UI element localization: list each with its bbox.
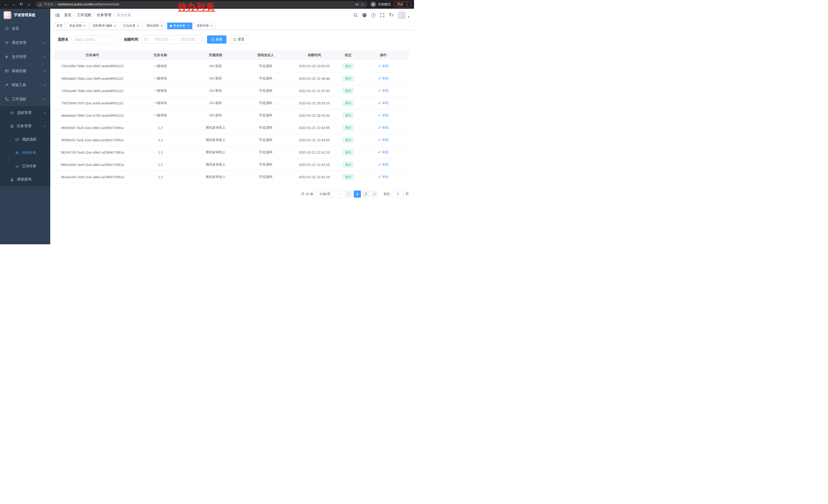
page-button-1[interactable]: 1 — [354, 190, 361, 198]
tab-start-process[interactable]: 发起流程 — [67, 22, 88, 29]
sidebar-item-home[interactable]: 首页 — [0, 21, 50, 36]
browser-menu-icon[interactable]: ⋮ — [405, 3, 409, 6]
avatar-caret-icon[interactable]: ▾ — [408, 16, 409, 19]
close-icon[interactable] — [137, 25, 140, 28]
start-date-placeholder[interactable]: 开始日期 — [149, 37, 172, 42]
tab-label: 流程详情 — [197, 24, 209, 28]
tab-label: 已办任务 — [123, 24, 135, 28]
status-badge: 激活 — [342, 88, 354, 94]
tab-label: 发起流程 — [69, 24, 82, 28]
pagination-total: 共 16 条 — [301, 192, 314, 196]
tab-my-process[interactable]: 我的流程 — [144, 22, 166, 29]
approve-link[interactable]: 审批 — [378, 125, 388, 130]
breadcrumb-item[interactable]: 工作流程 — [77, 13, 91, 17]
breadcrumb-item[interactable]: 首页 — [64, 13, 71, 17]
close-icon[interactable] — [113, 25, 117, 28]
cell-created: 2022-01-22 18:25:41 — [290, 109, 339, 122]
tab-done-tasks[interactable]: 已办任务 — [121, 22, 142, 29]
sidebar-item-system[interactable]: 系统管理 — [0, 36, 50, 50]
sidebar-item-todo-tasks[interactable]: 待办任务 — [0, 146, 50, 159]
sidebar-item-workflow[interactable]: 工作流程 — [0, 92, 50, 106]
approve-link[interactable]: 审批 — [378, 162, 388, 167]
tab-home[interactable]: 首页 — [54, 22, 65, 29]
sidebar-item-label: 任务管理 — [17, 124, 31, 129]
task-table: 任务编号 任务名称 所属流程 流程发起人 创建时间 状态 操作 73211d9d… — [54, 50, 409, 183]
help-icon[interactable]: ? — [371, 13, 376, 17]
sidebar-item-task-management[interactable]: 任务管理 — [0, 120, 50, 133]
approve-link[interactable]: 审批 — [378, 113, 388, 118]
annotation-todo-list-title: 待办列表 — [178, 1, 215, 12]
goto-page-input[interactable] — [392, 190, 404, 198]
approve-link[interactable]: 审批 — [378, 76, 388, 81]
sidebar-item-leave-query[interactable]: 请假查询 — [0, 173, 50, 186]
sidebar-item-dev-tools[interactable]: 研发工具 — [0, 78, 50, 92]
sidebar-item-done-tasks[interactable]: 已办任务 — [0, 159, 50, 173]
cell-created: 2022-01-21 22:42:23 — [290, 146, 339, 158]
prev-page-button[interactable] — [345, 190, 353, 198]
search-icon[interactable] — [353, 13, 358, 17]
sidebar-item-payment[interactable]: ¥ 支付管理 — [0, 50, 50, 64]
tab-process-form-edit[interactable]: 流程表单-编辑 — [90, 22, 119, 29]
workflow-icon — [5, 97, 9, 101]
sidebar-toggle-icon[interactable] — [53, 10, 62, 20]
forward-icon[interactable]: → — [10, 1, 17, 8]
tab-todo-tasks[interactable]: 待办任务 — [167, 22, 192, 29]
close-icon[interactable] — [160, 25, 163, 28]
cell-process: 测试多审批人 — [190, 134, 241, 146]
approve-link[interactable]: 审批 — [378, 138, 388, 142]
breadcrumb-item[interactable]: 任务管理 — [97, 13, 111, 17]
table-row: 58154733-7ac8-11ec-a9e2-a2380e71991a 1.2… — [54, 146, 409, 158]
key-icon[interactable] — [355, 3, 359, 6]
sidebar-item-infrastructure[interactable]: 基础设施 — [0, 64, 50, 78]
approve-link[interactable]: 审批 — [378, 64, 388, 68]
fullscreen-icon[interactable] — [380, 13, 384, 17]
close-icon[interactable] — [83, 25, 86, 28]
sidebar: 芋道管理系统 首页 系统管理 ¥ 支付管理 基础设施 研发工具 工作 — [0, 9, 50, 244]
process-name-label: 流程名 — [58, 37, 69, 42]
sidebar-item-process-management[interactable]: 流程管理 — [0, 106, 50, 120]
table-row: 75d72608-7b7f-11ec-a3c8-acde48001122 一级审… — [54, 97, 409, 109]
approve-link[interactable]: 审批 — [378, 101, 388, 105]
search-button[interactable]: 搜索 — [207, 35, 226, 44]
next-page-button[interactable] — [371, 190, 378, 198]
approve-link[interactable]: 审批 — [378, 150, 388, 154]
sidebar-item-my-process[interactable]: 我的流程 — [0, 133, 50, 146]
close-icon[interactable] — [187, 25, 190, 28]
security-label[interactable]: 不安全 — [44, 2, 54, 7]
avatar[interactable] — [398, 11, 406, 19]
range-separator: - — [174, 38, 175, 42]
cell-task-name: 1.2 — [131, 122, 190, 134]
home-icon[interactable]: ⌂ — [26, 1, 32, 8]
edit-icon — [378, 101, 381, 104]
pagination: 共 16 条 10条/页 1 2 前往 页 — [54, 190, 409, 198]
approve-link[interactable]: 审批 — [378, 175, 388, 179]
cell-initiator: 芋道源码 — [241, 122, 290, 134]
page-button-2[interactable]: 2 — [362, 190, 369, 198]
update-button[interactable]: 更新 ⋮ — [394, 2, 411, 7]
cell-created: 2022-01-22 21:48:48 — [290, 72, 339, 85]
incognito-icon — [370, 2, 376, 7]
status-badge: 激活 — [342, 174, 354, 180]
cell-process: OA 请假 — [190, 97, 241, 109]
github-icon[interactable] — [362, 13, 367, 17]
table-row: 725a1eb6-7b88-11ec-8ef0-acde48001122 一级审… — [54, 85, 409, 97]
refresh-icon[interactable]: ↻ — [18, 1, 25, 8]
goto-label: 前往 — [383, 192, 390, 196]
tab-process-detail[interactable]: 流程详情 — [194, 22, 216, 29]
approve-link[interactable]: 审批 — [378, 88, 388, 93]
back-icon[interactable]: ← — [3, 1, 9, 8]
double-check-icon — [15, 164, 19, 168]
app-logo[interactable]: 芋道管理系统 — [0, 9, 50, 21]
end-date-placeholder[interactable]: 结束日期 — [176, 37, 200, 42]
cell-task-name: 一级审批 — [131, 60, 190, 72]
close-icon[interactable] — [210, 25, 213, 28]
font-size-icon[interactable]: TT — [389, 12, 394, 18]
column-header-task-name: 任务名称 — [131, 50, 190, 60]
bookmark-star-icon[interactable]: ☆ — [361, 3, 364, 6]
cell-initiator: 芋道源码 — [241, 134, 290, 146]
date-range-picker[interactable]: 开始日期 - 结束日期 — [141, 35, 202, 44]
reset-button[interactable]: 重置 — [229, 35, 249, 44]
process-name-input[interactable] — [72, 35, 118, 44]
cell-initiator: 芋道源码 — [241, 97, 290, 109]
page-size-select[interactable]: 10条/页 — [317, 190, 342, 198]
